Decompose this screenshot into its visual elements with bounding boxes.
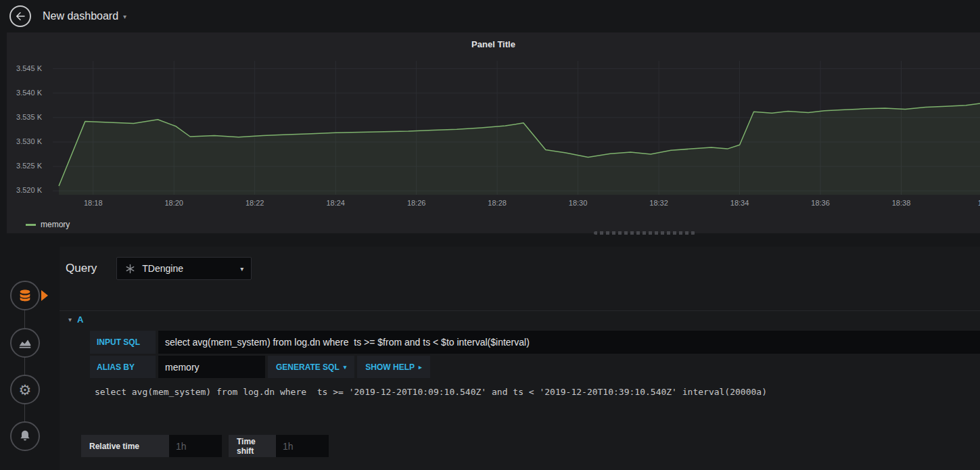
x-axis-tick-label: 18:28 bbox=[481, 199, 513, 207]
relative-time-label: Relative time bbox=[81, 435, 169, 457]
alias-by-field[interactable] bbox=[158, 356, 265, 378]
time-shift-label: Time shift bbox=[229, 435, 276, 457]
query-ref-letter: A bbox=[77, 314, 83, 325]
generate-sql-caret-down-icon: ▾ bbox=[344, 364, 347, 371]
y-axis-tick-label: 3.520 K bbox=[7, 186, 47, 194]
x-axis-tick-label: 18:38 bbox=[885, 199, 918, 207]
chart-svg bbox=[53, 61, 980, 195]
editor-tab-rail: ⚙ bbox=[0, 247, 60, 470]
grafana-edit-screen: New dashboard ▾ Panel Title memory 3.545… bbox=[0, 0, 980, 470]
database-icon bbox=[18, 288, 32, 303]
tdengine-datasource-icon bbox=[124, 263, 136, 275]
bell-icon bbox=[18, 429, 32, 444]
query-header: Query TDengine ▾ bbox=[60, 255, 980, 282]
input-sql-field[interactable] bbox=[158, 331, 980, 354]
query-row-a-header[interactable]: ▾ A bbox=[60, 310, 980, 328]
y-axis-tick-label: 3.545 K bbox=[7, 64, 47, 72]
y-axis-tick-label: 3.535 K bbox=[7, 113, 47, 121]
horizontal-scrollbar[interactable] bbox=[594, 231, 695, 235]
time-options-row: Relative time Time shift bbox=[81, 435, 329, 457]
section-title: Query bbox=[66, 262, 97, 275]
gear-icon: ⚙ bbox=[19, 383, 32, 397]
x-axis-tick-label: 18:36 bbox=[804, 199, 837, 207]
x-axis-tick-label: 18 bbox=[966, 199, 980, 207]
collapse-caret-down-icon: ▾ bbox=[68, 316, 72, 323]
chart-icon bbox=[18, 335, 32, 350]
show-help-label: SHOW HELP bbox=[365, 362, 415, 372]
show-help-caret-right-icon: ▸ bbox=[419, 364, 422, 371]
generate-sql-button[interactable]: GENERATE SQL ▾ bbox=[268, 356, 354, 378]
alias-by-row: ALIAS BY GENERATE SQL ▾ SHOW HELP ▸ bbox=[90, 356, 980, 378]
sidebar-item-visualization[interactable] bbox=[10, 328, 40, 358]
x-axis-tick-label: 18:34 bbox=[724, 199, 756, 207]
x-axis-tick-label: 18:20 bbox=[158, 199, 190, 207]
legend[interactable]: memory bbox=[26, 220, 70, 229]
back-button[interactable] bbox=[9, 5, 31, 27]
top-nav: New dashboard ▾ bbox=[0, 0, 980, 32]
graph-panel: Panel Title memory 3.545 K3.540 K3.535 K… bbox=[7, 32, 980, 233]
legend-series-label[interactable]: memory bbox=[41, 220, 70, 229]
back-arrow-icon bbox=[14, 10, 26, 22]
y-axis-tick-label: 3.525 K bbox=[7, 162, 47, 170]
query-editor-content: Query TDengine ▾ ▾ A bbox=[60, 247, 980, 470]
sidebar-item-alert[interactable] bbox=[10, 421, 40, 451]
datasource-label: TDengine bbox=[142, 263, 183, 274]
generated-sql-text: select avg(mem_system) from log.dn where… bbox=[95, 387, 966, 397]
show-help-button[interactable]: SHOW HELP ▸ bbox=[357, 356, 429, 378]
dashboard-title[interactable]: New dashboard bbox=[43, 10, 118, 22]
x-axis-tick-label: 18:24 bbox=[319, 199, 352, 207]
panel-editor: ⚙ Query bbox=[0, 247, 980, 470]
input-sql-row: INPUT SQL bbox=[90, 331, 980, 354]
generate-sql-label: GENERATE SQL bbox=[276, 362, 340, 372]
relative-time-input[interactable] bbox=[169, 435, 222, 457]
title-caret-down-icon[interactable]: ▾ bbox=[123, 13, 126, 20]
time-series-chart: memory 3.545 K3.540 K3.535 K3.530 K3.525… bbox=[7, 32, 980, 233]
legend-series-swatch bbox=[26, 224, 36, 226]
x-axis-tick-label: 18:22 bbox=[239, 199, 271, 207]
sidebar-item-queries[interactable] bbox=[10, 281, 40, 310]
x-axis-tick-label: 18:30 bbox=[562, 199, 594, 207]
y-axis-tick-label: 3.540 K bbox=[7, 89, 47, 97]
datasource-caret-down-icon: ▾ bbox=[240, 265, 243, 273]
datasource-select[interactable]: TDengine ▾ bbox=[116, 257, 252, 280]
active-tab-arrow-icon bbox=[41, 290, 48, 301]
sidebar-item-general[interactable]: ⚙ bbox=[10, 375, 40, 404]
y-axis-tick-label: 3.530 K bbox=[7, 137, 47, 145]
time-shift-input[interactable] bbox=[276, 435, 329, 457]
input-sql-label: INPUT SQL bbox=[90, 331, 156, 354]
x-axis-tick-label: 18:18 bbox=[77, 199, 110, 207]
chart-plot-area[interactable] bbox=[53, 61, 980, 195]
x-axis-tick-label: 18:26 bbox=[400, 199, 433, 207]
x-axis-tick-label: 18:32 bbox=[643, 199, 675, 207]
alias-by-label: ALIAS BY bbox=[90, 356, 156, 378]
